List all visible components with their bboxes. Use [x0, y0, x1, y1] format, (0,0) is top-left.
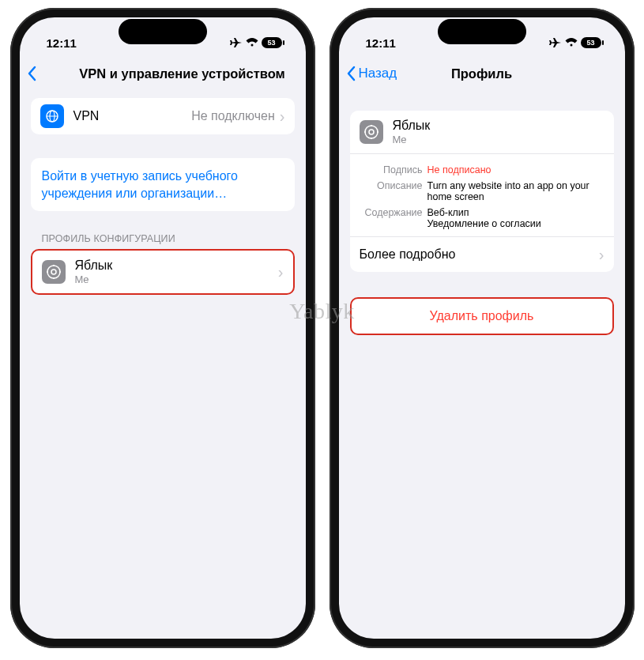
vpn-label: VPN — [73, 109, 183, 123]
content-area: VPN Не подключен › Войти в учетную запис… — [20, 90, 306, 295]
detail-key: Подпись — [360, 164, 423, 175]
more-label: Более подробно — [360, 247, 599, 262]
gear-icon — [42, 260, 66, 284]
nav-bar: Назад Профиль — [339, 57, 625, 90]
status-time: 12:11 — [47, 36, 77, 50]
vpn-status: Не подключен — [191, 109, 275, 123]
profile-details: Подпись Не подписано Описание Turn any w… — [350, 153, 614, 236]
chevron-right-icon: › — [280, 108, 285, 124]
more-details-cell[interactable]: Более подробно › — [350, 236, 614, 272]
chevron-right-icon: › — [599, 247, 604, 262]
svg-point-4 — [51, 270, 56, 274]
vpn-group: VPN Не подключен › — [31, 98, 295, 134]
nav-title: Профиль — [339, 66, 625, 81]
detail-val: Веб-клип — [427, 207, 541, 218]
detail-row-signature: Подпись Не подписано — [360, 162, 604, 178]
profile-subtitle: Me — [75, 273, 269, 285]
detail-val: Уведомление о согласии — [427, 218, 541, 229]
detail-key: Описание — [360, 180, 423, 202]
profile-title: Яблык — [75, 258, 269, 273]
chevron-left-icon — [28, 66, 37, 81]
status-time: 12:11 — [366, 36, 396, 50]
globe-icon — [40, 104, 64, 128]
airplane-icon — [549, 37, 562, 48]
delete-profile-button[interactable]: Удалить профиль — [350, 297, 614, 335]
detail-val: Turn any website into an app on your hom… — [427, 180, 604, 202]
screen-right: 12:11 53 Назад Профиль — [339, 17, 625, 639]
status-icons: 53 — [549, 37, 601, 48]
screen-left: 12:11 53 VPN и управление устройством — [20, 17, 306, 639]
svg-point-10 — [369, 130, 374, 134]
detail-val: Не подписано — [427, 164, 491, 175]
profile-config-cell[interactable]: Яблык Me › — [32, 251, 293, 293]
detail-row-description: Описание Turn any website into an app on… — [360, 178, 604, 205]
signin-cell[interactable]: Войти в учетную запись учебного учрежден… — [31, 158, 295, 211]
wifi-icon — [246, 38, 258, 47]
battery-icon: 53 — [262, 37, 282, 48]
vpn-cell[interactable]: VPN Не подключен › — [31, 98, 295, 134]
profile-details-group: Яблык Me Подпись Не подписано Описание T… — [350, 111, 614, 272]
phone-left: 12:11 53 VPN и управление устройством — [10, 8, 315, 648]
gear-icon — [360, 120, 383, 144]
profile-title: Яблык — [393, 119, 604, 133]
detail-key: Содержание — [360, 207, 423, 229]
svg-point-9 — [365, 126, 378, 138]
section-header: ПРОФИЛЬ КОНФИГУРАЦИИ — [31, 233, 295, 249]
profile-subtitle: Me — [393, 134, 604, 145]
svg-point-3 — [47, 266, 60, 278]
phone-right: 12:11 53 Назад Профиль — [330, 8, 635, 648]
nav-bar: VPN и управление устройством — [20, 57, 306, 90]
nav-title: VPN и управление устройством — [51, 66, 306, 81]
profile-config-group: Яблык Me › — [31, 249, 295, 295]
chevron-right-icon: › — [278, 264, 284, 280]
status-icons: 53 — [230, 37, 282, 48]
dynamic-island — [119, 19, 207, 44]
airplane-icon — [230, 37, 243, 48]
content-area: Яблык Me Подпись Не подписано Описание T… — [339, 90, 625, 335]
wifi-icon — [565, 38, 578, 47]
profile-header-cell: Яблык Me — [350, 111, 614, 153]
battery-level: 53 — [581, 39, 601, 47]
dynamic-island — [438, 19, 526, 44]
delete-label: Удалить профиль — [430, 309, 534, 322]
battery-level: 53 — [262, 39, 282, 47]
detail-row-content: Содержание Веб-клип Уведомление о соглас… — [360, 205, 604, 232]
back-button[interactable] — [28, 66, 37, 81]
battery-icon: 53 — [581, 37, 601, 48]
signin-label: Войти в учетную запись учебного учрежден… — [42, 169, 238, 200]
